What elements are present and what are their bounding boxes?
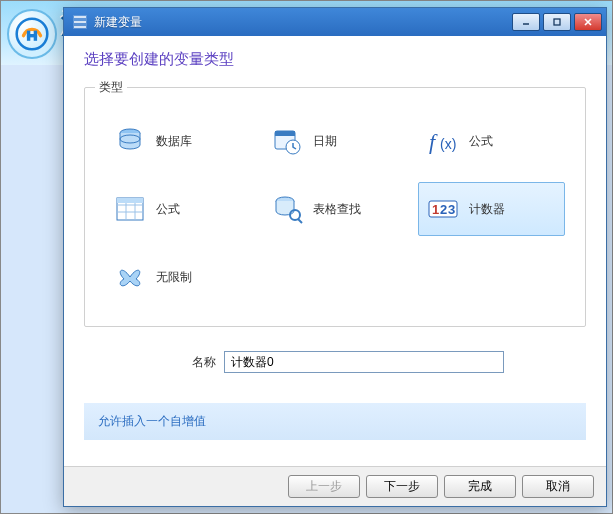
database-lookup-icon	[271, 193, 303, 225]
type-option-table-lookup[interactable]: 表格查找	[262, 182, 409, 236]
cancel-button[interactable]: 取消	[522, 475, 594, 498]
type-label: 数据库	[156, 133, 192, 150]
type-option-unlimited[interactable]: 无限制	[105, 250, 252, 304]
new-variable-dialog: 新建变量 选择要创建的变量类型 类型	[63, 7, 607, 507]
type-label: 计数器	[469, 201, 505, 218]
page-heading: 选择要创建的变量类型	[84, 50, 586, 69]
titlebar: 新建变量	[64, 8, 606, 36]
site-logo	[7, 9, 57, 59]
button-bar: 上一步 下一步 完成 取消	[64, 466, 606, 506]
svg-rect-3	[27, 34, 37, 37]
svg-line-18	[298, 219, 302, 223]
svg-text:(x): (x)	[440, 136, 456, 152]
type-label: 公式	[469, 133, 493, 150]
next-button[interactable]: 下一步	[366, 475, 438, 498]
back-button[interactable]: 上一步	[288, 475, 360, 498]
fx-icon: f (x)	[427, 125, 459, 157]
svg-text:f: f	[429, 129, 438, 154]
type-option-counter[interactable]: 1 2 3 计数器	[418, 182, 565, 236]
window-title: 新建变量	[94, 14, 512, 31]
svg-rect-6	[554, 19, 560, 25]
finish-button[interactable]: 完成	[444, 475, 516, 498]
type-option-date[interactable]: 日期	[262, 114, 409, 168]
type-label: 日期	[313, 133, 337, 150]
type-label: 无限制	[156, 269, 192, 286]
types-group: 类型 数据库	[84, 87, 586, 327]
type-option-formula-table[interactable]: 公式	[105, 182, 252, 236]
counter-icon: 1 2 3	[427, 193, 459, 225]
date-icon	[271, 125, 303, 157]
types-group-label: 类型	[95, 79, 127, 96]
type-label: 表格查找	[313, 201, 361, 218]
minimize-button[interactable]	[512, 13, 540, 31]
close-button[interactable]	[574, 13, 602, 31]
svg-text:2: 2	[440, 202, 447, 217]
database-icon	[114, 125, 146, 157]
hint-bar: 允许插入一个自增值	[84, 403, 586, 440]
app-icon	[72, 14, 88, 30]
svg-rect-10	[275, 131, 295, 136]
name-label: 名称	[84, 354, 224, 371]
table-icon	[114, 193, 146, 225]
type-option-formula-fx[interactable]: f (x) 公式	[418, 114, 565, 168]
butterfly-icon	[114, 261, 146, 293]
name-input[interactable]	[224, 351, 504, 373]
type-label: 公式	[156, 201, 180, 218]
svg-rect-15	[117, 198, 143, 203]
maximize-button[interactable]	[543, 13, 571, 31]
svg-text:3: 3	[448, 202, 455, 217]
type-option-database[interactable]: 数据库	[105, 114, 252, 168]
svg-text:1: 1	[432, 202, 439, 217]
